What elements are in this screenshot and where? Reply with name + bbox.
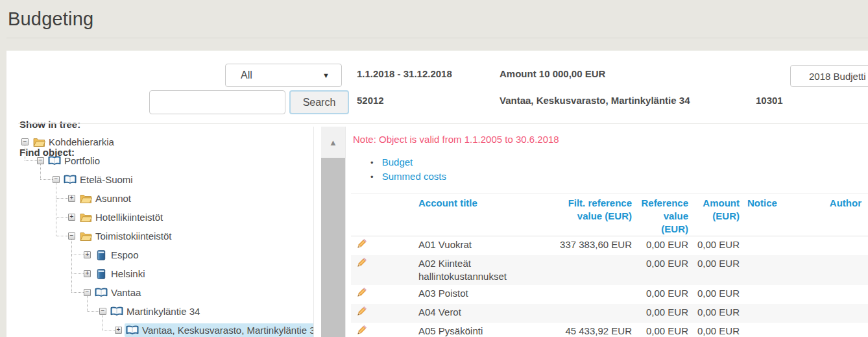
- collapse-minus-icon[interactable]: −: [21, 138, 29, 145]
- account-title-cell: A04 Verot: [418, 306, 538, 319]
- notice-header: Notice: [740, 197, 812, 210]
- tree-node[interactable]: Helsinki: [93, 267, 148, 281]
- open-book-icon: [110, 306, 123, 317]
- collapse-minus-icon[interactable]: −: [53, 176, 60, 183]
- tree-connector-line: [56, 183, 56, 236]
- tree-connector-line: [71, 255, 84, 255]
- tree-node[interactable]: Espoo: [93, 248, 141, 262]
- object-number: 52012: [357, 95, 384, 106]
- amount-label: Amount: [500, 68, 536, 79]
- tree-item[interactable]: −Etelä-Suomi: [6, 170, 313, 189]
- tree-connector-line: [87, 296, 88, 311]
- tree-connector-line: [56, 198, 68, 199]
- tree-node[interactable]: Portfolio: [47, 154, 102, 168]
- budget-amount: Amount 10 000,00 EUR: [500, 68, 605, 79]
- edit-cell: [351, 325, 418, 337]
- budget-link[interactable]: Budget: [382, 156, 413, 168]
- scrollbar-thumb[interactable]: [321, 158, 345, 337]
- edit-pencil-icon[interactable]: [356, 238, 367, 250]
- tree-item[interactable]: −Portfolio: [6, 151, 313, 170]
- tree-item[interactable]: +Vantaa, Keskusvarasto, Martinkyläntie 3…: [6, 321, 313, 337]
- account-title-cell: A03 Poistot: [418, 287, 538, 300]
- tree-item[interactable]: +Helsinki: [6, 264, 313, 283]
- amount-value-cell: 0,00 EUR: [688, 287, 740, 300]
- table-row: A05 Pysäköinti45 433,92 EUR0,00 EUR0,00 …: [351, 323, 868, 337]
- tree-node[interactable]: Asunnot: [78, 192, 134, 205]
- list-item: • Budget: [370, 155, 868, 169]
- tree-filter-select[interactable]: All ▼: [225, 64, 342, 87]
- open-folder-icon: [79, 212, 92, 223]
- find-object-input[interactable]: [149, 90, 285, 114]
- table-row: A04 Verot0,00 EUR0,00 EUR: [351, 304, 868, 323]
- expand-plus-icon[interactable]: +: [68, 214, 75, 221]
- budget-table: Account title Filt. reference value (EUR…: [351, 193, 868, 337]
- budget-content: Note: Object is valid from 1.1.2005 to 3…: [346, 127, 868, 337]
- collapse-minus-icon[interactable]: −: [37, 157, 44, 164]
- filt-reference-header: Filt. reference value (EUR): [538, 197, 632, 223]
- summed-costs-link[interactable]: Summed costs: [382, 171, 446, 182]
- edit-pencil-icon[interactable]: [356, 287, 367, 299]
- tree-connector-line: [40, 179, 53, 180]
- tree-item[interactable]: −Kohdehierarkia: [6, 132, 313, 151]
- tree-node[interactable]: Hotellikiinteistöt: [78, 210, 165, 224]
- edit-pencil-icon[interactable]: [356, 306, 367, 318]
- open-folder-icon: [79, 231, 92, 242]
- collapse-minus-icon[interactable]: −: [68, 232, 75, 240]
- table-row: A01 Vuokrat337 383,60 EUR0,00 EUR0,00 EU…: [351, 236, 868, 255]
- tree-item-label: Espoo: [111, 249, 139, 260]
- tree-item[interactable]: −Vantaa: [6, 283, 313, 302]
- expand-plus-icon[interactable]: +: [115, 327, 122, 334]
- table-row: A03 Poistot0,00 EUR0,00 EUR: [351, 285, 868, 304]
- reference-value-cell: 0,00 EUR: [632, 238, 688, 251]
- tree-item-label: Martinkyläntie 34: [127, 306, 200, 317]
- expand-plus-icon[interactable]: +: [84, 251, 91, 258]
- tree-node[interactable]: Toimistokiinteistöt: [78, 229, 175, 243]
- budgeting-card: Show in tree: All ▼ Find object: Search …: [6, 51, 868, 337]
- reference-value-cell: 0,00 EUR: [632, 306, 688, 319]
- edit-pencil-icon[interactable]: [356, 257, 367, 269]
- tree-item-label: Portfolio: [64, 155, 100, 166]
- edit-cell: [351, 287, 418, 302]
- tree-connector-line: [102, 330, 115, 331]
- amount-value-cell: 0,00 EUR: [688, 325, 740, 337]
- tree-node[interactable]: Kohdehierarkia: [31, 135, 117, 149]
- tree-item-label: Etelä-Suomi: [80, 174, 133, 185]
- expand-plus-icon[interactable]: +: [68, 195, 75, 202]
- tree-item[interactable]: −Toimistokiinteistöt: [6, 227, 313, 245]
- tree-item[interactable]: +Hotellikiinteistöt: [6, 208, 313, 227]
- edit-pencil-icon[interactable]: [356, 325, 367, 336]
- account-title-header: Account title: [418, 197, 538, 210]
- edit-cell: [351, 238, 418, 253]
- scroll-up-arrow-icon[interactable]: ▲: [321, 127, 345, 158]
- tree-item-label: Hotellikiinteistöt: [95, 212, 163, 223]
- table-row: A02 Kiinteät hallintokustannukset0,00 EU…: [351, 255, 868, 285]
- tree-scrollbar[interactable]: ▲: [321, 127, 346, 337]
- budget-links: • Budget • Summed costs: [351, 155, 868, 184]
- account-title-cell: A01 Vuokrat: [418, 238, 538, 251]
- tree-item-label: Vantaa, Keskusvarasto, Martinkyläntie 34: [142, 325, 314, 336]
- tree-item[interactable]: +Asunnot: [6, 189, 313, 208]
- collapse-minus-icon[interactable]: −: [84, 289, 91, 296]
- tree-item-label: Helsinki: [111, 268, 145, 279]
- tree-node[interactable]: Martinkyläntie 34: [109, 305, 202, 318]
- amount-value-cell: 0,00 EUR: [688, 306, 740, 319]
- collapse-minus-icon[interactable]: −: [99, 308, 106, 315]
- edit-cell: [351, 257, 418, 272]
- budget-version-select[interactable]: 2018 Budjetti: [790, 65, 868, 87]
- tree-node[interactable]: Etelä-Suomi: [62, 173, 136, 186]
- expand-plus-icon[interactable]: +: [84, 270, 91, 277]
- page-title: Budgeting: [8, 8, 93, 30]
- tree-item[interactable]: −Martinkyläntie 34: [6, 302, 313, 321]
- tree-node[interactable]: Vantaa: [93, 286, 143, 299]
- tree-item-label: Vantaa: [111, 287, 141, 298]
- tree-filter-value: All: [241, 69, 252, 81]
- open-book-icon: [126, 325, 139, 336]
- search-button[interactable]: Search: [289, 90, 349, 114]
- reference-header: Reference value (EUR): [632, 197, 688, 236]
- tree-item-label: Toimistokiinteistöt: [95, 231, 172, 242]
- tree-node-selected[interactable]: Vantaa, Keskusvarasto, Martinkyläntie 34: [125, 323, 314, 337]
- open-folder-icon: [32, 136, 45, 147]
- tree-item[interactable]: +Espoo: [6, 245, 313, 264]
- bullet-icon: •: [370, 158, 374, 168]
- closed-book-icon: [95, 268, 108, 279]
